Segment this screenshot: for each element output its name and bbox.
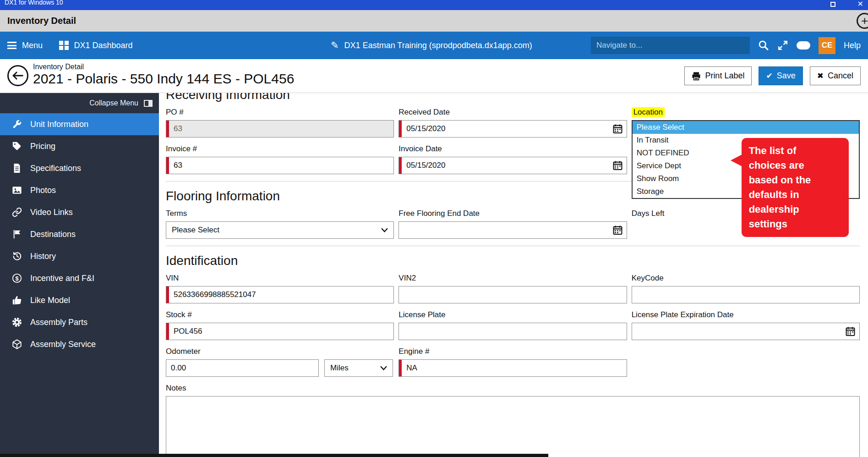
license-plate-field: License Plate <box>399 310 627 340</box>
stock-label: Stock # <box>166 310 394 319</box>
collapse-menu-label: Collapse Menu <box>89 99 138 107</box>
search-icon[interactable] <box>758 40 769 51</box>
sidebar-item-destinations[interactable]: Destinations <box>0 223 159 245</box>
sidebar-item-assembly-service[interactable]: Assembly Service <box>0 333 159 355</box>
user-avatar[interactable]: CE <box>819 37 835 54</box>
flag-icon <box>11 229 23 239</box>
pencil-icon: ✎ <box>331 40 339 51</box>
invoice-label: Invoice # <box>166 144 394 154</box>
sidebar-item-video-links[interactable]: Video Links <box>0 201 159 223</box>
invoice-input[interactable] <box>166 157 393 174</box>
vin2-field: VIN2 <box>399 274 627 303</box>
license-plate-exp-label: License Plate Expiration Date <box>632 310 860 319</box>
odometer-field: Odometer Miles <box>166 347 394 377</box>
annotation-callout: The list of choices are based on the def… <box>742 138 849 237</box>
vin2-input[interactable] <box>399 286 626 303</box>
calendar-icon[interactable] <box>613 226 622 235</box>
stock-field: Stock # <box>166 310 394 340</box>
free-flooring-end-date-input[interactable] <box>399 222 626 238</box>
sidebar-item-label: Assembly Service <box>30 340 96 349</box>
engine-input[interactable] <box>399 360 626 376</box>
received-date-field: Received Date <box>399 108 627 138</box>
license-plate-label: License Plate <box>399 310 627 319</box>
taskbar-sliver <box>0 454 548 457</box>
sidebar-item-photos[interactable]: Photos <box>0 179 159 201</box>
sidebar-item-incentive-fi[interactable]: $ Incentive and F&I <box>0 267 159 289</box>
sidebar-item-label: History <box>30 252 56 261</box>
dollar-circle-icon: $ <box>11 273 23 283</box>
app-bar-title: Inventory Detail <box>7 16 76 26</box>
add-plus-icon[interactable]: + <box>857 13 868 29</box>
main-content: Receiving Information PO # Received Date <box>159 93 868 457</box>
document-icon <box>11 163 23 173</box>
location-label: Location <box>632 108 860 117</box>
thumbs-up-icon <box>11 295 23 305</box>
vin-input[interactable] <box>166 286 393 303</box>
location-option[interactable]: Please Select <box>633 121 859 134</box>
print-label-button[interactable]: Print Label <box>684 66 752 85</box>
page-title: 2021 - Polaris - 550 Indy 144 ES - POL45… <box>33 71 294 87</box>
dashboard-button[interactable]: DX1 Dashboard <box>59 41 133 50</box>
free-flooring-end-date-input-wrap <box>399 221 627 239</box>
sidebar: Collapse Menu Unit Information Pricing <box>0 93 159 457</box>
calendar-icon[interactable] <box>613 124 622 134</box>
back-arrow-icon <box>12 71 24 80</box>
calendar-icon[interactable] <box>846 327 855 336</box>
invoice-date-input[interactable] <box>399 157 626 174</box>
section-receiving-title: Receiving Information <box>166 93 860 102</box>
po-label: PO # <box>166 108 394 117</box>
sidebar-item-assembly-parts[interactable]: Assembly Parts <box>0 311 159 333</box>
navigate-search-input[interactable] <box>596 41 744 50</box>
received-date-input-wrap <box>399 120 627 138</box>
navigate-search-box[interactable] <box>591 37 750 54</box>
collapse-panel-icon <box>144 100 153 107</box>
invoice-date-field: Invoice Date <box>399 144 627 174</box>
received-date-input[interactable] <box>399 121 626 137</box>
keycode-input[interactable] <box>632 286 859 303</box>
back-button[interactable] <box>7 65 28 86</box>
odometer-unit-value: Miles <box>330 363 349 373</box>
sidebar-item-unit-information[interactable]: Unit Information <box>0 113 159 135</box>
odometer-input[interactable] <box>166 360 318 376</box>
cancel-text: Cancel <box>828 71 853 81</box>
sidebar-item-pricing[interactable]: Pricing <box>0 135 159 157</box>
collapse-menu-button[interactable]: Collapse Menu <box>0 93 159 113</box>
menu-label: Menu <box>22 41 43 50</box>
notes-label: Notes <box>166 384 860 393</box>
help-link[interactable]: Help <box>844 41 861 50</box>
section-identification-title: Identification <box>166 253 860 268</box>
dashboard-label: DX1 Dashboard <box>74 41 133 50</box>
location-field: Location Please Select In Transit NOT DE… <box>632 108 860 138</box>
calendar-icon[interactable] <box>613 161 622 171</box>
cancel-button[interactable]: ✖ Cancel <box>810 66 861 85</box>
invoice-field: Invoice # <box>166 144 394 174</box>
terms-select[interactable]: Please Select <box>166 221 394 239</box>
po-input <box>166 121 393 137</box>
save-button[interactable]: ✔ Save <box>759 66 802 85</box>
sidebar-item-specifications[interactable]: Specifications <box>0 157 159 179</box>
sidebar-item-label: Assembly Parts <box>30 318 87 327</box>
chevron-down-icon <box>381 228 388 232</box>
odometer-label: Odometer <box>166 347 394 356</box>
sidebar-item-history[interactable]: History <box>0 245 159 267</box>
window-close-icon[interactable]: ✕ <box>857 0 863 8</box>
app-window: DX1 for Windows 10 ✕ Inventory Detail + … <box>0 0 868 457</box>
app-bar: Inventory Detail + <box>0 10 868 32</box>
menu-button[interactable]: Menu <box>7 41 43 50</box>
received-date-label: Received Date <box>399 108 627 117</box>
license-plate-exp-field: License Plate Expiration Date <box>632 310 860 340</box>
stock-input[interactable] <box>166 323 393 340</box>
invoice-date-input-wrap <box>399 157 627 174</box>
license-plate-exp-input-wrap <box>632 323 860 340</box>
feedback-pill-icon[interactable] <box>797 41 810 50</box>
window-restore-icon[interactable] <box>830 2 835 7</box>
sidebar-item-like-model[interactable]: Like Model <box>0 289 159 311</box>
dealership-selector[interactable]: ✎ DX1 Eastman Training (sprodpodbeta.dx1… <box>331 40 532 51</box>
vin2-input-wrap <box>399 286 627 303</box>
notes-textarea[interactable] <box>166 396 860 457</box>
odometer-unit-select[interactable]: Miles <box>324 359 393 377</box>
license-plate-input[interactable] <box>399 323 626 340</box>
license-plate-exp-input[interactable] <box>632 323 859 340</box>
vin-label: VIN <box>166 274 394 283</box>
fullscreen-expand-icon[interactable] <box>777 40 788 51</box>
